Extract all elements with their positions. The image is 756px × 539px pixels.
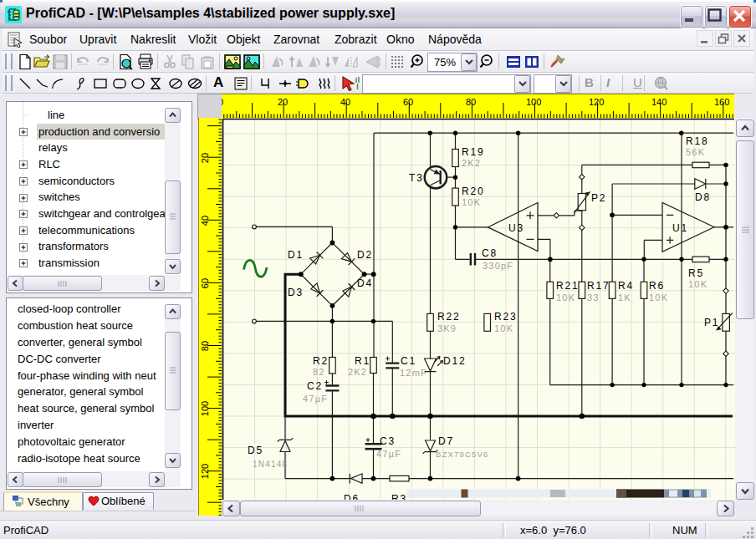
svg-text:C2: C2 [307, 380, 323, 392]
svg-text:R17: R17 [587, 280, 610, 292]
svg-text:10K: 10K [688, 279, 707, 289]
svg-text:56K: 56K [686, 147, 705, 157]
svg-text:82: 82 [313, 367, 325, 377]
svg-text:R18: R18 [686, 135, 708, 147]
svg-text:33: 33 [587, 292, 600, 303]
svg-text:R2: R2 [313, 355, 329, 367]
svg-text:P2: P2 [591, 192, 606, 204]
svg-text:C1: C1 [401, 355, 416, 367]
svg-text:D6: D6 [344, 493, 360, 500]
svg-text:P1: P1 [704, 317, 719, 328]
svg-text:D1: D1 [288, 249, 304, 261]
svg-text:12mF: 12mF [400, 368, 427, 378]
svg-text:47µF: 47µF [376, 449, 401, 459]
svg-text:47µF: 47µF [303, 394, 328, 404]
svg-text:D2: D2 [357, 249, 373, 261]
svg-text:R19: R19 [462, 146, 484, 158]
svg-text:3K9: 3K9 [437, 323, 457, 333]
svg-text:R3: R3 [391, 493, 407, 500]
svg-text:R20: R20 [462, 186, 484, 197]
svg-text:D8: D8 [695, 191, 711, 203]
svg-text:U3: U3 [508, 222, 524, 234]
svg-text:R4: R4 [618, 280, 634, 292]
svg-text:R21: R21 [556, 280, 579, 292]
svg-text:R22: R22 [437, 311, 460, 323]
svg-text:10K: 10K [649, 292, 668, 303]
svg-text:D5: D5 [248, 445, 263, 456]
svg-text:R5: R5 [688, 267, 704, 279]
svg-text:C8: C8 [482, 247, 498, 259]
svg-text:T3: T3 [409, 172, 424, 184]
svg-text:R23: R23 [494, 311, 517, 323]
svg-text:10K: 10K [556, 292, 575, 303]
svg-text:R1: R1 [355, 355, 370, 367]
svg-text:D7: D7 [438, 435, 454, 447]
svg-text:330pF: 330pF [483, 261, 513, 271]
svg-text:C3: C3 [380, 435, 396, 447]
svg-text:10K: 10K [462, 197, 481, 207]
svg-text:10K: 10K [494, 323, 513, 333]
svg-text:1K: 1K [618, 292, 631, 303]
svg-text:D3: D3 [288, 287, 304, 298]
svg-text:1N4148: 1N4148 [253, 460, 288, 469]
svg-text:2K2: 2K2 [348, 367, 367, 377]
svg-text:U1: U1 [672, 222, 688, 234]
svg-text:BZX79C5V6: BZX79C5V6 [436, 450, 489, 459]
svg-text:D4: D4 [357, 277, 373, 289]
svg-text:D12: D12 [443, 355, 466, 367]
svg-text:2K2: 2K2 [462, 158, 481, 168]
svg-text:R6: R6 [649, 280, 665, 292]
